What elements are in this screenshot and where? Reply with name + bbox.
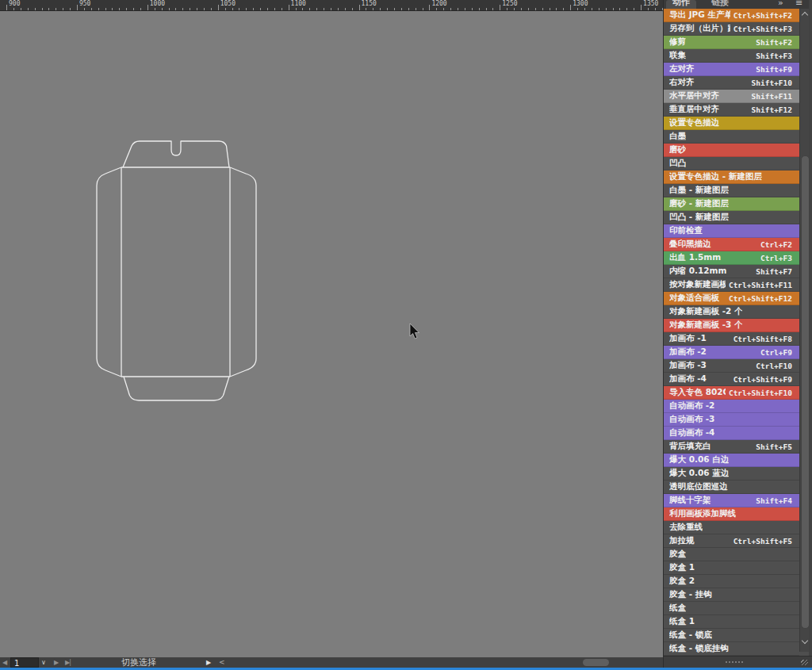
ruler-minor-tick — [175, 8, 176, 10]
action-button[interactable]: 凹凸 — [664, 157, 799, 170]
action-button[interactable]: 磨砂 — [664, 144, 799, 157]
action-label: 白墨 — [669, 131, 686, 142]
dieline-path[interactable] — [123, 141, 229, 167]
action-button[interactable]: 胶盒 2 — [664, 575, 799, 588]
ruler-minor-tick — [211, 8, 212, 10]
vertical-scrollbar[interactable] — [799, 9, 809, 652]
ruler-minor-tick — [352, 8, 353, 10]
action-button[interactable]: 导出 JPG 生产单Ctrl+Shift+F2 — [664, 9, 799, 22]
action-button[interactable]: 胶盒 1 — [664, 561, 799, 575]
dieline-path[interactable] — [124, 377, 229, 400]
action-button[interactable]: 纸盒 - 锁底挂钩 — [664, 642, 799, 656]
action-button[interactable]: 加画布 -2Ctrl+F9 — [664, 346, 799, 359]
action-button[interactable]: 自动画布 -4 — [664, 427, 799, 440]
ruler-minor-tick — [274, 8, 275, 10]
horizontal-scrollbar-thumb[interactable] — [583, 659, 609, 666]
ruler-minor-tick — [380, 8, 381, 10]
action-label: 对象新建画板 -2 个 — [669, 306, 742, 317]
action-button[interactable]: 爆大 0.06 白边 — [664, 454, 799, 467]
action-button[interactable]: 设置专色描边 — [664, 117, 799, 130]
ruler-minor-tick — [507, 8, 508, 10]
action-button[interactable]: 背后填充白Shift+F5 — [664, 440, 799, 454]
action-button[interactable]: 自动画布 -2 — [664, 400, 799, 413]
tab-actions[interactable]: 动作 — [666, 0, 696, 9]
action-label: 自动画布 -3 — [669, 414, 714, 425]
action-button[interactable]: 磨砂 - 新建图层 — [664, 197, 799, 211]
action-button[interactable]: 联集Shift+F3 — [664, 49, 799, 63]
action-button[interactable]: 胶盒 - 挂钩 — [664, 588, 799, 602]
action-button[interactable]: 叠印黑描边Ctrl+F2 — [664, 238, 799, 251]
action-label: 导出 JPG 生产单 — [669, 10, 730, 21]
action-button[interactable]: 加画布 -4Ctrl+Shift+F9 — [664, 373, 799, 386]
action-label: 加拉规 — [669, 535, 695, 546]
action-shortcut: Ctrl+F2 — [760, 240, 792, 249]
action-button[interactable]: 脚线十字架Shift+F4 — [664, 494, 799, 507]
action-button[interactable]: 水平居中对齐Shift+F11 — [664, 90, 799, 103]
action-button[interactable]: 加画布 -1Ctrl+Shift+F8 — [664, 332, 799, 346]
ruler-unit-label: 1300 — [573, 0, 588, 7]
dieline-path[interactable] — [121, 167, 230, 377]
ruler-minor-tick — [606, 8, 607, 10]
action-button[interactable]: 纸盒 1 — [664, 615, 799, 629]
action-button[interactable]: 右对齐Shift+F10 — [664, 76, 799, 90]
tab-links[interactable]: 链接 — [705, 0, 735, 9]
action-button[interactable]: 对象新建画板 -2 个 — [664, 305, 799, 319]
action-label: 对象适合画板 — [669, 293, 719, 304]
action-button[interactable]: 爆大 0.06 蓝边 — [664, 467, 799, 480]
panel-resize-grip-icon[interactable] — [801, 660, 808, 665]
next-artboard-button[interactable]: ▶ — [54, 657, 59, 668]
action-label: 透明底位图巡边 — [669, 481, 728, 492]
action-button[interactable]: 内缩 0.12mmShift+F7 — [664, 265, 799, 278]
action-button[interactable]: 透明底位图巡边 — [664, 480, 799, 494]
action-button[interactable]: 加拉规Ctrl+Shift+F5 — [664, 534, 799, 548]
box-dieline-drawing[interactable] — [0, 11, 663, 657]
status-menu-arrow-icon[interactable]: ▶ — [206, 657, 211, 668]
ruler-minor-tick — [246, 8, 247, 10]
action-button[interactable]: 修剪Shift+F2 — [664, 36, 799, 49]
first-artboard-button[interactable]: ◀ — [2, 657, 7, 668]
action-button[interactable]: 按对象新建画板Ctrl+Shift+F11 — [664, 278, 799, 292]
action-label: 胶盒 - 挂钩 — [669, 589, 712, 600]
action-button[interactable]: 利用画板添加脚线 — [664, 507, 799, 521]
ruler-minor-tick — [542, 8, 543, 10]
action-button[interactable]: 垂直居中对齐Shift+F12 — [664, 103, 799, 117]
action-button[interactable]: 另存到（出片）路径Ctrl+Shift+F3 — [664, 22, 799, 36]
ruler-minor-tick — [394, 8, 395, 10]
ruler-unit-label: 1050 — [220, 0, 236, 7]
last-artboard-button[interactable]: ▶| — [65, 657, 71, 668]
action-button[interactable]: 自动画布 -3 — [664, 413, 799, 427]
panel-menu-icon[interactable]: ≡ — [795, 0, 802, 8]
collapse-panel-icon[interactable]: » — [778, 0, 783, 8]
dieline-path[interactable] — [230, 167, 256, 377]
scrollbar-grip-icon[interactable] — [726, 661, 727, 663]
action-shortcut: Ctrl+F3 — [760, 254, 792, 262]
action-button[interactable]: 导入专色 802CCtrl+Shift+F10 — [664, 386, 799, 400]
action-button[interactable]: 纸盒 — [664, 602, 799, 615]
ruler-minor-tick — [56, 8, 56, 10]
action-button[interactable]: 白墨 - 新建图层 — [664, 184, 799, 197]
action-button[interactable]: 白墨 — [664, 130, 799, 144]
action-button[interactable]: 对象适合画板Ctrl+Shift+F12 — [664, 292, 799, 305]
action-button[interactable]: 纸盒 - 锁底 — [664, 629, 799, 642]
action-label: 纸盒 1 — [669, 616, 695, 627]
artboard-dropdown-icon[interactable]: ∨ — [41, 657, 46, 668]
action-button[interactable]: 出血 1.5mmCtrl+F3 — [664, 251, 799, 265]
action-button[interactable]: 凹凸 - 新建图层 — [664, 211, 799, 224]
ruler-minor-tick — [626, 8, 627, 10]
action-button[interactable]: 对象新建画板 -3 个 — [664, 319, 799, 332]
dieline-path[interactable] — [97, 167, 121, 377]
hscroll-left-arrow-icon[interactable]: < — [219, 657, 225, 668]
action-button[interactable]: 去除重线 — [664, 521, 799, 534]
action-button[interactable]: 印前检查 — [664, 224, 799, 238]
action-label: 爆大 0.06 蓝边 — [669, 468, 729, 479]
action-button[interactable]: 胶盒 — [664, 548, 799, 561]
action-button[interactable]: 设置专色描边 - 新建图层 — [664, 170, 799, 184]
action-button[interactable]: 左对齐Shift+F9 — [664, 63, 799, 76]
ruler-minor-tick — [416, 8, 416, 10]
canvas-area[interactable] — [0, 11, 663, 657]
ruler-minor-tick — [619, 8, 620, 10]
ruler-minor-tick — [366, 8, 366, 10]
action-button[interactable]: 加画布 -3Ctrl+F10 — [664, 359, 799, 373]
artboard-number-field[interactable]: 1 — [10, 657, 39, 668]
ruler-minor-tick — [655, 8, 656, 10]
